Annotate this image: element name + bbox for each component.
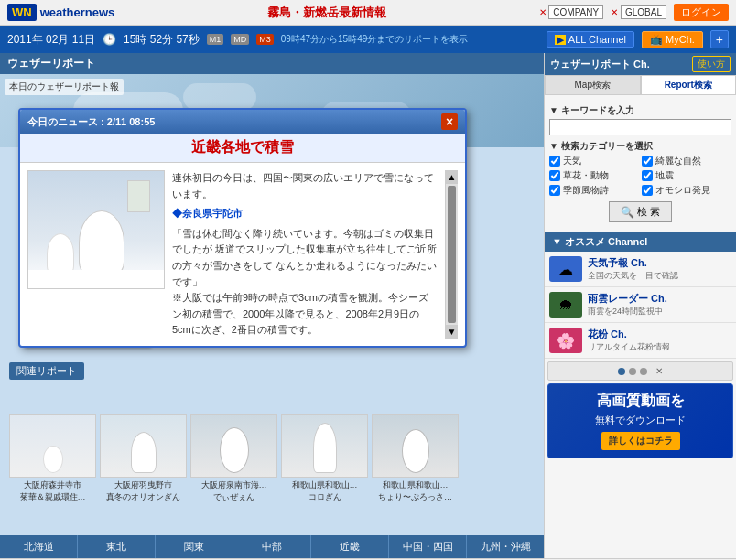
badge-m3: M3 xyxy=(256,34,274,45)
popup-section-title: ◆奈良県宇陀市 xyxy=(172,206,438,222)
panel-header: ウェザーリポート xyxy=(0,53,544,74)
recommended-title: ▼ オススメ Channel xyxy=(545,232,736,252)
list-item[interactable]: 大阪府森井寺市菊華＆親戚環住… xyxy=(9,414,96,503)
popup-image xyxy=(27,170,165,289)
tab-map[interactable]: Map検索 xyxy=(545,75,641,94)
channel-icon-tenki: ☁ xyxy=(549,256,582,282)
scrollbar-down[interactable]: ▼ xyxy=(446,325,458,339)
search-button[interactable]: 🔍 検 索 xyxy=(609,201,672,222)
popup-content: 連休初日の今日は、四国〜関東の広いエリアで雪になっています。 ◆奈良県宇陀市 「… xyxy=(20,163,465,346)
popup-paragraph1: 連休初日の今日は、四国〜関東の広いエリアで雪になっています。 xyxy=(172,170,438,202)
right-search-section: ▼ キーワードを入力 ▼ 検索カテゴリーを選択 天気 綺麗な自然 草花・動物 xyxy=(545,95,736,230)
badge-md: MD xyxy=(231,34,249,45)
channel-icon-rain: 🌧 xyxy=(549,292,582,318)
logo-wn: WN xyxy=(12,5,32,19)
clock-icon: 🕒 xyxy=(103,33,116,46)
login-button[interactable]: ログイン xyxy=(674,4,729,21)
channel-icon-pollen: 🌸 xyxy=(549,328,582,353)
category-shizen[interactable]: 綺麗な自然 xyxy=(642,155,732,167)
category-jishin[interactable]: 地震 xyxy=(642,169,732,182)
badge-m1: M1 xyxy=(207,34,224,45)
region-tab-chubu[interactable]: 中部 xyxy=(233,535,311,558)
region-tab-chugoku[interactable]: 中国・四国 xyxy=(389,535,467,558)
channel-desc-pollen: リアルタイム花粉情報 xyxy=(588,341,731,353)
scrollbar-thumb[interactable] xyxy=(448,186,456,323)
dot-1 xyxy=(618,368,625,375)
region-tab-kyushu[interactable]: 九州・沖縄 xyxy=(467,535,544,558)
header-left: WN weathernews xyxy=(7,4,114,21)
popup-title: 今日のニュース : 2/11 08:55 xyxy=(27,115,155,129)
company-link[interactable]: ✕ COMPANY xyxy=(539,7,604,17)
dots-close[interactable]: ✕ xyxy=(655,366,663,376)
dot-3 xyxy=(640,368,647,375)
popup-paragraph2: 「雪は休む間なく降り続いています。今朝はゴミの収集日でしたが 坂道でスリップした… xyxy=(172,226,438,290)
category-tenki[interactable]: 天気 xyxy=(549,155,640,167)
photo-label: 大阪府泉南市海…でぃぜぇん xyxy=(190,479,277,503)
mych-button[interactable]: 📺 MyCh. xyxy=(642,31,703,48)
dot-2 xyxy=(629,368,636,375)
region-tab-kanto[interactable]: 関東 xyxy=(156,535,233,558)
navbar: 2011年 02月 11日 🕒 15時 52分 57秒 M1 MD M3 09時… xyxy=(0,26,736,53)
photo-label: 和歌山県和歌山…コロぎん xyxy=(281,479,368,503)
headline: 霧島・新燃岳最新情報 xyxy=(267,5,386,21)
list-item[interactable]: 大阪府泉南市海…でぃぜぇん xyxy=(190,414,277,503)
report-time-text: 09時47分から15時49分までのリポートを表示 xyxy=(281,33,469,46)
keyword-label: ▼ キーワードを入力 xyxy=(549,104,731,117)
list-item[interactable]: 和歌山県和歌山…コロぎん xyxy=(281,414,368,503)
usage-button[interactable]: 使い方 xyxy=(692,56,731,72)
global-link[interactable]: ✕ GLOBAL xyxy=(611,7,666,17)
popup-scrollbar[interactable]: ▲ ▼ xyxy=(445,170,458,339)
main-area: ウェザーリポート 本日のウェザーリポート報 今日のニュース : 2/11 08:… xyxy=(0,53,736,558)
category-label: ▼ 検索カテゴリーを選択 xyxy=(549,140,731,153)
nav-date: 2011年 02月 11日 xyxy=(7,32,95,48)
category-kisetsu[interactable]: 季節風物詩 xyxy=(549,184,640,197)
photo-label: 大阪府森井寺市菊華＆親戚環住… xyxy=(9,479,96,503)
ad-button[interactable]: 詳しくはコチラ xyxy=(601,432,680,450)
photo-label: 和歌山県和歌山…ちょり〜ぷろっさ… xyxy=(372,479,459,503)
nav-time: 15時 52分 57秒 xyxy=(124,32,200,48)
region-tab-kinki[interactable]: 近畿 xyxy=(311,535,389,558)
related-title: 関連リポート xyxy=(9,362,84,380)
all-channel-button[interactable]: ▶ ALL Channel xyxy=(547,31,634,48)
tab-report[interactable]: Report検索 xyxy=(641,75,737,94)
list-item[interactable]: 大阪府羽曳野市真冬のオリオンぎん xyxy=(100,414,187,503)
popup-close-button[interactable]: × xyxy=(441,113,458,130)
scrollbar-up[interactable]: ▲ xyxy=(446,170,458,184)
popup-note1: ※大阪では午前9時の時点で3cmの積雪を観測。今シーズン初の積雪で、2000年以… xyxy=(172,290,438,339)
related-photos: 大阪府森井寺市菊華＆親戚環住… 大阪府羽曳野市真冬のオリオンぎん 大阪府泉南市海… xyxy=(9,414,459,503)
ad-subtitle: 無料でダウンロード xyxy=(556,414,725,427)
popup-main-title: 近畿各地で積雪 xyxy=(20,134,465,163)
region-tabs: 北海道 東北 関東 中部 近畿 中国・四国 九州・沖縄 xyxy=(0,535,544,558)
channel-pollen[interactable]: 🌸 花粉 Ch. リアルタイム花粉情報 xyxy=(545,323,736,359)
dots-row: ✕ xyxy=(547,361,733,381)
channel-name-pollen: 花粉 Ch. xyxy=(588,328,731,341)
tab-row: Map検索 Report検索 xyxy=(545,75,736,95)
keyword-input[interactable] xyxy=(549,119,731,135)
header-right: ✕ COMPANY ✕ GLOBAL ログイン xyxy=(539,4,729,21)
channel-desc-tenki: 全国の天気を一目で確認 xyxy=(588,270,731,282)
channel-name-tenki: 天気予報 Ch. xyxy=(588,256,731,270)
right-panel: ウェザーリポート Ch. 使い方 Map検索 Report検索 ▼ キーワードを… xyxy=(544,53,736,558)
logo: WN xyxy=(7,4,37,21)
header: WN weathernews 霧島・新燃岳最新情報 ✕ COMPANY ✕ GL… xyxy=(0,0,736,26)
right-panel-title: ウェザーリポート Ch. xyxy=(550,58,650,71)
channel-tenki[interactable]: ☁ 天気予報 Ch. 全国の天気を一目で確認 xyxy=(545,252,736,287)
left-panel: ウェザーリポート 本日のウェザーリポート報 今日のニュース : 2/11 08:… xyxy=(0,53,544,558)
category-grid: 天気 綺麗な自然 草花・動物 地震 季節風物詩 xyxy=(549,155,731,197)
channel-name-rain: 雨雲レーダー Ch. xyxy=(588,292,731,306)
region-tab-hokkaido[interactable]: 北海道 xyxy=(0,535,78,558)
site-name: weathernews xyxy=(40,5,115,19)
plus-button[interactable]: + xyxy=(710,30,729,48)
region-tab-tohoku[interactable]: 東北 xyxy=(78,535,156,558)
news-popup: 今日のニュース : 2/11 08:55 × 近畿各地で積雪 xyxy=(18,108,467,348)
category-omoshiro[interactable]: オモシロ発見 xyxy=(642,184,732,197)
ad-area: 高画質動画を 無料でダウンロード 詳しくはコチラ xyxy=(547,383,733,458)
search-icon: 🔍 xyxy=(621,206,634,219)
category-kusabana[interactable]: 草花・動物 xyxy=(549,169,640,182)
channel-desc-rain: 雨雲を24時間監視中 xyxy=(588,306,731,318)
popup-text-content: 連休初日の今日は、四国〜関東の広いエリアで雪になっています。 ◆奈良県宇陀市 「… xyxy=(172,170,438,339)
photo-label: 大阪府羽曳野市真冬のオリオンぎん xyxy=(100,479,187,503)
list-item[interactable]: 和歌山県和歌山…ちょり〜ぷろっさ… xyxy=(372,414,459,503)
popup-header: 今日のニュース : 2/11 08:55 × xyxy=(20,110,465,134)
channel-rain[interactable]: 🌧 雨雲レーダー Ch. 雨雲を24時間監視中 xyxy=(545,287,736,323)
